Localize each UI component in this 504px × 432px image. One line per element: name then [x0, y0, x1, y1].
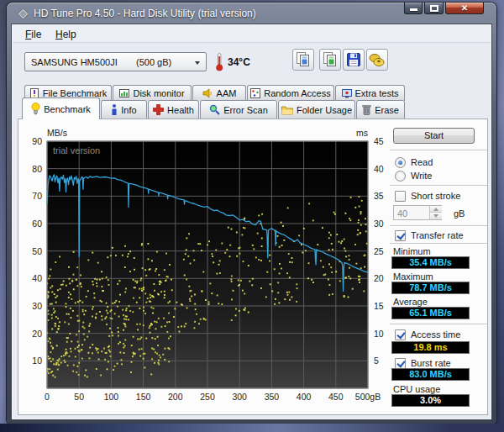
menu-help[interactable]: Help	[51, 27, 81, 42]
app-icon	[18, 8, 29, 19]
access-time-checkbox[interactable]	[395, 329, 406, 340]
separator	[390, 150, 487, 151]
magnifier-icon	[209, 104, 220, 115]
minimize-icon	[410, 8, 417, 11]
screenshot-icon	[320, 50, 340, 70]
tab-random-access[interactable]: Random Access	[247, 85, 334, 101]
separator	[390, 185, 487, 187]
tab-label: Info	[121, 105, 136, 115]
tab-error-scan[interactable]: Error Scan	[200, 100, 277, 119]
read-label: Read	[411, 157, 433, 167]
minimize-button[interactable]	[404, 3, 423, 14]
copy-to-clipboard-button[interactable]	[292, 49, 314, 71]
x-tick: 100	[104, 392, 119, 402]
y-right-tick: 10	[374, 329, 384, 339]
temperature-icon	[214, 52, 224, 71]
separator	[390, 324, 487, 325]
drive-selector[interactable]: SAMSUNG HM500JI (500 gB)	[24, 52, 207, 71]
tab-label: Disk monitor	[133, 88, 184, 98]
tab-erase[interactable]: Erase	[356, 100, 405, 119]
burst-rate-label: Burst rate	[411, 358, 451, 368]
x-tick: 250	[200, 392, 215, 402]
access-time-value: 19.8 ms	[391, 341, 470, 354]
x-tick: 50	[74, 392, 84, 402]
tab-disk-monitor[interactable]: Disk monitor	[113, 85, 192, 101]
y-left-tick: 50	[32, 246, 42, 256]
y-left-tick: 60	[32, 219, 42, 229]
benchmark-panel: 9080706050403020104540353025201510505010…	[18, 119, 488, 415]
tab-label: Erase	[375, 105, 399, 115]
window-title: HD Tune Pro 4.50 - Hard Disk Utility (tr…	[34, 8, 256, 19]
transfer-rate-checkbox[interactable]	[395, 230, 406, 241]
tab-label: Health	[167, 105, 194, 115]
floppy-disk-icon	[344, 50, 364, 70]
tab-health[interactable]: Health	[148, 100, 199, 119]
menu-file[interactable]: File	[21, 27, 45, 42]
benchmark-bulb-icon	[31, 103, 40, 115]
desktop-background: HD Tune Pro 4.50 - Hard Disk Utility (tr…	[0, 0, 504, 432]
maximize-icon	[430, 5, 438, 12]
spin-down-icon[interactable]	[430, 213, 442, 219]
short-stroke-unit: gB	[454, 208, 465, 219]
y-left-axis-label: MB/s	[47, 128, 67, 138]
copy-icon	[293, 50, 313, 70]
cpu-usage-value: 3.0%	[391, 394, 470, 407]
random-access-icon	[250, 88, 260, 98]
x-tick: 350	[265, 392, 280, 402]
benchmark-chart: 9080706050403020104540353025201510505010…	[18, 119, 388, 410]
average-label: Average	[393, 297, 428, 307]
copy-screenshot-button[interactable]	[319, 49, 341, 71]
tab-folder-usage[interactable]: Folder Usage	[278, 100, 355, 119]
y-right-tick: 5	[374, 356, 379, 366]
tab-benchmark[interactable]: Benchmark	[22, 97, 100, 119]
start-button[interactable]: Start	[393, 128, 475, 144]
save-button[interactable]	[343, 49, 365, 71]
y-left-tick: 70	[32, 191, 42, 201]
speaker-icon	[202, 88, 213, 98]
read-radio[interactable]	[395, 157, 406, 168]
close-icon: ✕	[446, 3, 483, 13]
extra-tests-icon	[342, 88, 352, 98]
write-label: Write	[411, 171, 432, 181]
write-radio[interactable]	[395, 171, 406, 182]
disks-icon	[367, 50, 387, 70]
maximum-label: Maximum	[393, 271, 433, 282]
app-window: HD Tune Pro 4.50 - Hard Disk Utility (tr…	[7, 3, 496, 424]
tab-extra-tests[interactable]: Extra tests	[335, 85, 405, 101]
transfer-rate-label: Transfer rate	[411, 230, 464, 240]
trash-icon	[362, 104, 371, 115]
separator	[390, 243, 487, 245]
spin-up-icon[interactable]	[430, 206, 442, 213]
y-left-tick: 20	[32, 329, 42, 339]
health-cross-icon	[153, 104, 164, 115]
y-right-tick: 20	[374, 273, 384, 283]
x-tick: 300	[232, 392, 247, 402]
y-left-tick: 10	[32, 356, 42, 366]
save-report-button[interactable]	[366, 49, 388, 71]
tab-label: Error Scan	[223, 105, 268, 115]
chevron-down-icon	[195, 61, 200, 65]
y-right-axis-label: ms	[356, 128, 368, 138]
tab-label: AAM	[217, 88, 237, 98]
x-tick: 450	[328, 392, 344, 402]
y-right-tick: 40	[374, 164, 384, 174]
separator	[390, 225, 487, 227]
tab-info[interactable]: Info	[101, 100, 147, 119]
minimum-value: 35.4 MB/s	[391, 256, 470, 269]
x-tick: 500gB	[355, 392, 381, 402]
y-left-tick: 90	[32, 136, 42, 146]
tab-aam[interactable]: AAM	[192, 85, 246, 101]
drive-capacity: (500 gB)	[136, 57, 171, 67]
y-right-tick: 25	[374, 246, 384, 256]
short-stroke-checkbox[interactable]	[395, 191, 406, 202]
x-tick: 0	[45, 392, 50, 402]
minimum-label: Minimum	[393, 246, 431, 256]
y-right-tick: 35	[374, 191, 384, 201]
client-area: File Help SAMSUNG HM500JI (500 gB) 34°C	[11, 24, 492, 420]
y-left-tick: 40	[32, 273, 42, 283]
maximize-button[interactable]	[424, 3, 444, 14]
short-stroke-spinner[interactable]: 40	[393, 205, 442, 220]
tab-label: Extra tests	[355, 88, 399, 98]
spinner-buttons	[429, 206, 441, 219]
close-button[interactable]: ✕	[445, 3, 484, 14]
